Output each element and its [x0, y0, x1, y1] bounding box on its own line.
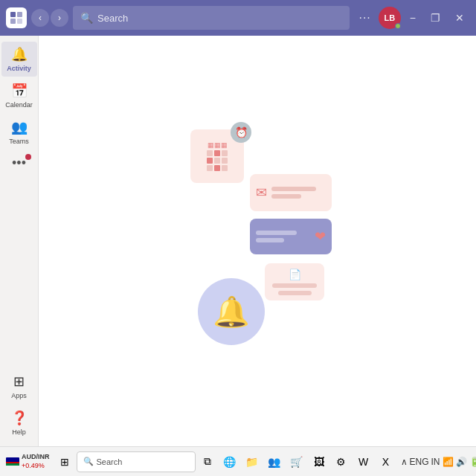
calendar-label: ▦▦▦	[208, 141, 228, 149]
taskbar-teams[interactable]: 👥	[264, 451, 285, 472]
back-button[interactable]: ‹	[31, 9, 49, 27]
heart-line	[256, 238, 284, 242]
teams-icon: 👥	[11, 119, 28, 135]
taskbar-left: AUD/INR +0.49%	[3, 451, 53, 472]
help-icon: ❓	[11, 410, 28, 426]
apps-icon: ⊞	[13, 373, 25, 390]
notification-badge	[25, 154, 31, 160]
avatar[interactable]: LB	[379, 7, 401, 29]
cal-cell	[207, 150, 213, 156]
wifi-icon[interactable]: 📶	[443, 457, 454, 467]
cal-cell	[214, 158, 220, 164]
taskbar-photos[interactable]: 🖼	[309, 451, 329, 472]
clock-icon: ⏰	[231, 122, 251, 143]
more-button[interactable]: ···	[354, 10, 375, 26]
doc-line	[278, 291, 312, 295]
svg-rect-1	[17, 12, 22, 17]
heart-icon: ❤	[315, 228, 326, 245]
search-placeholder-text: Search	[97, 13, 128, 24]
taskbar-excel[interactable]: X	[376, 451, 396, 472]
sidebar-item-calendar[interactable]: 📅 Calendar	[1, 78, 37, 113]
taskbar-right: ∧ ENG IN 📶 🔊 🔋 10:17 24-04-2024	[398, 441, 477, 476]
email-line	[271, 187, 316, 191]
svg-rect-2	[10, 19, 16, 24]
bell-bubble: 🔔	[198, 278, 265, 345]
title-bar: ‹ › 🔍 Search ··· LB − ❐ ✕	[0, 0, 476, 36]
avatar-initials: LB	[384, 13, 395, 22]
chevron-icon[interactable]: ∧	[401, 457, 408, 467]
sidebar-item-calendar-label: Calendar	[5, 101, 33, 109]
taskbar-task-view[interactable]: ⧉	[197, 451, 218, 472]
taskbar-search-icon: 🔍	[83, 457, 94, 466]
system-tray: ∧ ENG IN 📶 🔊 🔋	[398, 455, 477, 469]
stock-info[interactable]: AUD/INR +0.49%	[3, 451, 53, 472]
battery-icon[interactable]: 🔋	[469, 457, 476, 467]
more-dots-icon: •••	[12, 155, 26, 171]
minimize-button[interactable]: −	[404, 9, 422, 27]
taskbar-search[interactable]: 🔍 Search	[77, 451, 196, 472]
avatar-status-indicator	[395, 23, 401, 29]
sidebar-item-more[interactable]: •••	[1, 151, 37, 176]
card-heart: ❤	[250, 219, 332, 254]
search-icon: 🔍	[80, 12, 93, 24]
main-layout: 🔔 Activity 📅 Calendar 👥 Teams ••• ⊞ Apps…	[0, 36, 476, 446]
taskbar-word[interactable]: W	[353, 451, 374, 472]
sidebar-item-activity[interactable]: 🔔 Activity	[1, 42, 37, 77]
bell-icon: 🔔	[11, 46, 28, 62]
cal-cell	[222, 165, 228, 171]
content-area: ⏰ ▦▦▦ ✉	[39, 36, 476, 446]
card-calendar: ⏰ ▦▦▦	[190, 129, 244, 183]
cal-cell	[222, 150, 228, 156]
taskbar-edge[interactable]: 🌐	[219, 451, 240, 472]
taskbar-search-label: Search	[97, 457, 123, 466]
flag-icon	[6, 457, 19, 466]
taskbar-start-button[interactable]: ⊞	[54, 451, 75, 472]
calendar-icon: 📅	[11, 83, 28, 99]
cal-cell	[214, 165, 220, 171]
nav-buttons: ‹ ›	[31, 9, 68, 27]
doc-line	[272, 283, 317, 288]
stock-symbol: AUD/INR	[22, 453, 50, 462]
cal-cell	[222, 158, 228, 164]
lang-icon: ENG	[410, 457, 429, 467]
close-button[interactable]: ✕	[449, 9, 470, 27]
sidebar-item-help[interactable]: ❓ Help	[1, 405, 37, 440]
cal-cell	[214, 150, 220, 156]
volume-icon[interactable]: 🔊	[456, 457, 467, 467]
cal-cell	[207, 158, 213, 164]
stock-change: +0.49%	[22, 462, 50, 471]
sidebar-item-apps-label: Apps	[11, 392, 27, 399]
calendar-grid	[207, 150, 228, 171]
sidebar-item-help-label: Help	[12, 428, 26, 436]
email-lines	[271, 187, 316, 199]
sidebar: 🔔 Activity 📅 Calendar 👥 Teams ••• ⊞ Apps…	[0, 36, 39, 446]
svg-rect-3	[17, 19, 22, 24]
stock-text: AUD/INR +0.49%	[22, 453, 50, 470]
email-icon: ✉	[256, 184, 267, 201]
cal-cell	[207, 165, 213, 171]
doc-icon: 📄	[289, 268, 301, 280]
sidebar-item-teams[interactable]: 👥 Teams	[1, 115, 37, 149]
email-line	[271, 194, 301, 199]
taskbar-explorer[interactable]: 📁	[242, 451, 263, 472]
maximize-button[interactable]: ❐	[425, 9, 446, 27]
app-logo	[6, 7, 27, 28]
taskbar-center: ⊞ 🔍 Search ⧉ 🌐 📁 👥 🛒 🖼 ⚙ W X	[54, 451, 396, 472]
svg-rect-0	[10, 12, 16, 17]
sidebar-item-apps[interactable]: ⊞ Apps	[1, 369, 37, 404]
sidebar-item-activity-label: Activity	[7, 65, 31, 72]
taskbar-settings[interactable]: ⚙	[331, 451, 352, 472]
region-icon: IN	[431, 457, 440, 467]
titlebar-right: ··· LB − ❐ ✕	[354, 7, 470, 29]
heart-lines	[256, 231, 310, 242]
forward-button[interactable]: ›	[51, 9, 68, 27]
card-doc: 📄	[265, 263, 324, 300]
taskbar: AUD/INR +0.49% ⊞ 🔍 Search ⧉ 🌐 📁 👥 🛒 🖼 ⚙ …	[0, 446, 476, 476]
taskbar-store[interactable]: 🛒	[286, 451, 307, 472]
heart-line	[256, 231, 297, 235]
card-email: ✉	[250, 174, 332, 211]
illustration: ⏰ ▦▦▦ ✉	[183, 129, 332, 353]
sidebar-item-teams-label: Teams	[9, 138, 29, 145]
search-bar[interactable]: 🔍 Search	[73, 6, 350, 30]
